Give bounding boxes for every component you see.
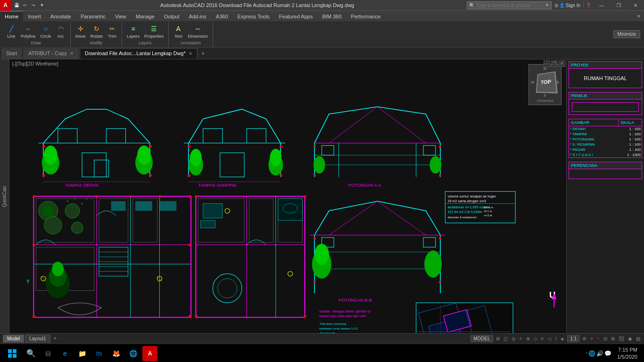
layout1-tab[interactable]: Layout1 [25,335,50,343]
file-explorer-button[interactable]: 📁 [74,346,90,361]
doc-tab-start[interactable]: Start [1,48,22,59]
chrome-button[interactable]: 🌐 [125,346,140,361]
grid-toggle[interactable]: ⊞ [495,336,501,341]
qa-btn-4[interactable]: ▼ [38,1,46,9]
isolate-icon[interactable]: ◉ [627,336,633,341]
maximize-window-button[interactable]: ❐ [610,0,627,11]
tool-palettes-icon[interactable]: ▤ [635,336,641,341]
svg-rect-154 [13,349,17,353]
tab-parametric[interactable]: Parametric [76,11,110,21]
help-icon[interactable]: ❓ [586,3,591,8]
proyek-section: PROYEK RUMAH TINGGAL [569,61,642,88]
move-button[interactable]: ✛ Move [74,23,88,40]
info-table: volume sumur resapan air hujan 29 m2 sam… [445,191,515,223]
search-dropdown-icon[interactable]: ▼ [545,3,549,8]
sign-in-label[interactable]: Sign In [566,3,580,8]
circle-button[interactable]: ○ Circle [39,23,53,40]
canvas-area[interactable]: [-][Top][2D Wireframe] — ❐ ✕ [9,59,566,333]
tab-annotate[interactable]: Annotate [46,11,76,21]
rotate-button[interactable]: ↻ Rotate [89,23,105,40]
autocad-taskbar-button[interactable]: A [142,346,157,361]
add-layout-button[interactable]: + [51,335,59,342]
polar-toggle[interactable]: ◎ [511,336,517,341]
tab-view[interactable]: View [110,11,131,21]
svg-point-8 [137,146,151,165]
doc-tab-active[interactable]: Download File Autoc...Lantai Lengkap Dwg… [80,48,198,59]
viewport-icon[interactable]: ⊞ [610,336,616,341]
svg-rect-25 [188,174,190,176]
tray-expand-icon[interactable]: ^ [586,351,587,356]
hardware-icon[interactable]: ⬛ [618,336,625,341]
line-button[interactable]: ╱ Line [5,23,18,40]
tab-manage[interactable]: Manage [131,11,159,21]
svg-point-112 [74,198,76,200]
taskbar-clock[interactable]: 7:15 PM 1/5/2020 [613,346,641,360]
inner-minimize-button[interactable]: — [544,60,550,67]
save-button[interactable]: 💾 [13,1,20,9]
minus-icon[interactable]: − [596,336,601,341]
perencana-section: PERENCANA [569,162,642,179]
nav-cube[interactable]: N W TOP E S Unnamed [528,64,561,105]
volume-icon[interactable]: 🔊 [596,350,603,357]
plus-icon[interactable]: + [589,336,594,341]
settings-icon[interactable]: ⚙ [581,336,587,341]
start-button[interactable] [3,344,22,362]
inner-restore-button[interactable]: ❐ [551,60,558,67]
network-icon[interactable]: 🌐 [588,350,595,357]
ribbon-expand-icon[interactable]: ▼ [636,14,641,19]
ribbon-group-layers: ≡ Layers ☰ Properties Layers [122,22,169,47]
firefox-button[interactable]: 🦊 [108,346,124,361]
search-box[interactable]: 🔍 ▼ [467,1,552,9]
tab-output[interactable]: Output [159,11,184,21]
tab-home[interactable]: Home [0,11,23,21]
trim-button[interactable]: ✂ Trim [106,23,119,40]
inner-close-button[interactable]: ✕ [559,60,565,67]
taskbar-search-button[interactable]: 🔍 [24,346,39,361]
edge-button[interactable]: e [58,346,73,361]
minimize-window-button[interactable]: — [593,0,610,11]
tab-express-tools[interactable]: Express Tools [233,11,274,21]
model-tab[interactable]: Model [3,335,24,343]
nav-row: W TOP E [531,72,559,92]
undo-button[interactable]: ↩ [21,1,29,9]
tp-toggle[interactable]: ◁ [546,336,552,341]
chrome-icon: 🌐 [129,350,137,357]
store-button[interactable]: 🛍 [91,346,107,361]
add-tab-button[interactable]: + [198,49,208,58]
text-button[interactable]: A Text [172,23,185,40]
search-input[interactable] [476,3,545,8]
svg-point-63 [314,244,329,265]
tab-bim360[interactable]: BIM 360 [317,11,346,21]
doc-tab-atribut[interactable]: ATRIBUT - Copy ✕ [23,48,79,59]
tab-featured-apps[interactable]: Featured Apps [274,11,318,21]
layers-button[interactable]: ≡ Layers [125,23,141,40]
redo-button[interactable]: ↪ [30,1,37,9]
qp-toggle[interactable]: ⟨ [554,336,558,341]
notification-icon[interactable]: 💬 [604,350,611,357]
layout-icon[interactable]: ⊟ [603,336,608,341]
osnap-toggle[interactable]: ⊕ [525,336,531,341]
scale-button[interactable]: 1:1 [567,335,579,342]
minimize-ribbon-button[interactable]: Minimize [613,30,640,38]
tab-a360[interactable]: A360 [211,11,233,21]
arc-button[interactable]: ◠ Arc [54,23,67,40]
sc-toggle[interactable]: ◈ [560,336,565,341]
dyn-toggle[interactable]: ◇ [533,336,538,341]
nav-cube-face[interactable]: TOP [536,71,557,93]
otrack-toggle[interactable]: + [519,336,523,341]
close-window-button[interactable]: ✕ [627,0,644,11]
snap-toggle[interactable]: ◫ [503,336,509,341]
lweight-toggle[interactable]: ≡ [540,336,545,341]
tab-addins[interactable]: Add-ins [184,11,211,21]
task-view-button[interactable]: ⊟ [41,346,56,361]
dimension-button[interactable]: ↔ Dimension [186,23,210,40]
tab-insert[interactable]: Insert [23,11,46,21]
polyline-button[interactable]: ⌐ Polyline [19,23,38,40]
layer-props-button[interactable]: ☰ Properties [142,23,165,40]
model-space-button[interactable]: MODEL [471,335,493,342]
quickcalc-label[interactable]: QuickCalc [1,184,8,209]
close-atribut-tab-icon[interactable]: ✕ [70,51,74,56]
close-active-tab-icon[interactable]: ✕ [189,51,192,56]
tab-performance[interactable]: Performance [346,11,385,21]
svg-rect-94 [111,201,126,211]
